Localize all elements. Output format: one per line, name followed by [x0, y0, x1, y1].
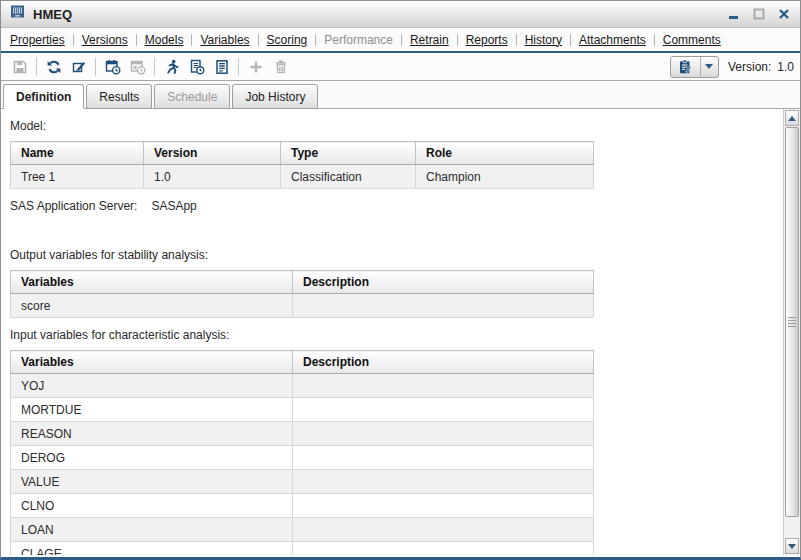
column-header-variables: Variables [11, 351, 293, 374]
menu-separator [315, 34, 316, 46]
app-icon [10, 4, 26, 24]
column-header-description: Description [293, 271, 594, 294]
description-cell [293, 518, 594, 542]
add-icon [243, 55, 268, 78]
report-icon[interactable] [209, 55, 234, 78]
input-variables-table: Variables Description YOJ MORTDUE REASON [10, 350, 594, 555]
tab-schedule: Schedule [154, 84, 230, 109]
model-label: Model: [10, 119, 790, 133]
toolbar-separator [95, 58, 96, 76]
tab-job-history[interactable]: Job History [232, 84, 318, 109]
menu-item-scoring[interactable]: Scoring [267, 33, 308, 47]
scroll-up-button[interactable] [785, 110, 799, 126]
menu-item-history[interactable]: History [525, 33, 562, 47]
input-table-header-row: Variables Description [11, 351, 594, 374]
tab-strip: Definition Results Schedule Job History [1, 81, 800, 109]
model-role-cell: Champion [416, 165, 594, 189]
output-variables-label: Output variables for stability analysis: [10, 248, 790, 262]
performance-report-icon[interactable] [184, 55, 209, 78]
menu-bar: Properties Versions Models Variables Sco… [1, 28, 800, 53]
variable-cell: VALUE [11, 470, 293, 494]
input-variables-label: Input variables for characteristic analy… [10, 328, 790, 342]
toolbar-separator [154, 58, 155, 76]
maximize-icon[interactable] [752, 7, 766, 21]
edit-icon[interactable] [66, 55, 91, 78]
menu-separator [654, 34, 655, 46]
clipboard-pencil-icon[interactable] [671, 57, 701, 77]
tab-definition[interactable]: Definition [3, 84, 84, 109]
table-row[interactable]: score [11, 294, 594, 318]
server-value: SASApp [151, 199, 196, 213]
menu-item-attachments[interactable]: Attachments [579, 33, 646, 47]
table-row[interactable]: Tree 1 1.0 Classification Champion [11, 165, 594, 189]
description-cell [293, 398, 594, 422]
table-row[interactable]: CLAGE [11, 542, 594, 556]
model-table-header-row: Name Version Type Role [11, 142, 594, 165]
version-indicator: Version:1.0 [728, 60, 794, 74]
delete-icon [268, 55, 293, 78]
variable-cell: CLNO [11, 494, 293, 518]
version-label: Version: [728, 60, 771, 74]
output-table-header-row: Variables Description [11, 271, 594, 294]
toolbar: Version:1.0 [1, 53, 800, 81]
menu-item-models[interactable]: Models [145, 33, 184, 47]
table-row[interactable]: REASON [11, 422, 594, 446]
variable-cell: YOJ [11, 374, 293, 398]
window-title: HMEQ [33, 7, 727, 22]
description-cell [293, 542, 594, 556]
menu-separator [258, 34, 259, 46]
table-row[interactable]: VALUE [11, 470, 594, 494]
column-header-variables: Variables [11, 271, 293, 294]
model-version-cell: 1.0 [144, 165, 281, 189]
menu-item-variables[interactable]: Variables [200, 33, 249, 47]
variable-cell: LOAN [11, 518, 293, 542]
scroll-down-button[interactable] [785, 538, 799, 554]
menu-separator [516, 34, 517, 46]
menu-separator [136, 34, 137, 46]
definition-panel: Model: Name Version Type Role Tree 1 1.0 [1, 109, 800, 555]
vertical-scrollbar[interactable] [783, 109, 800, 555]
description-cell [293, 294, 594, 318]
variable-cell: CLAGE [11, 542, 293, 556]
menu-item-properties[interactable]: Properties [10, 33, 65, 47]
menu-item-comments[interactable]: Comments [663, 33, 721, 47]
toolbar-separator [36, 58, 37, 76]
table-row[interactable]: DEROG [11, 446, 594, 470]
schedule-icon[interactable] [100, 55, 125, 78]
variable-cell: score [11, 294, 293, 318]
scrollbar-thumb[interactable] [785, 127, 799, 517]
server-label: SAS Application Server: [10, 199, 137, 213]
scrollbar-grip [788, 317, 796, 327]
menu-item-retrain[interactable]: Retrain [410, 33, 449, 47]
scroll-down-icon [788, 544, 796, 549]
table-row[interactable]: YOJ [11, 374, 594, 398]
table-row[interactable]: CLNO [11, 494, 594, 518]
table-row[interactable]: LOAN [11, 518, 594, 542]
menu-item-reports[interactable]: Reports [466, 33, 508, 47]
description-cell [293, 422, 594, 446]
model-type-cell: Classification [281, 165, 416, 189]
output-variables-table: Variables Description score [10, 270, 594, 318]
menu-separator [570, 34, 571, 46]
column-header-role: Role [416, 142, 594, 165]
run-icon[interactable] [159, 55, 184, 78]
scroll-up-icon [788, 116, 796, 121]
version-value: 1.0 [777, 60, 794, 74]
column-header-description: Description [293, 351, 594, 374]
menu-separator [191, 34, 192, 46]
minimize-icon[interactable] [727, 7, 741, 21]
variable-cell: DEROG [11, 446, 293, 470]
table-row[interactable]: MORTDUE [11, 398, 594, 422]
tab-results[interactable]: Results [86, 84, 152, 109]
menu-item-versions[interactable]: Versions [82, 33, 128, 47]
column-header-type: Type [281, 142, 416, 165]
column-header-name: Name [11, 142, 144, 165]
sas-application-server-line: SAS Application Server:SASApp [10, 199, 790, 213]
menu-item-performance: Performance [324, 33, 393, 47]
model-name-cell: Tree 1 [11, 165, 144, 189]
refresh-icon[interactable] [41, 55, 66, 78]
close-icon[interactable] [777, 7, 791, 21]
version-dropdown-arrow[interactable] [701, 57, 718, 77]
version-split-button [670, 56, 719, 78]
menu-separator [457, 34, 458, 46]
